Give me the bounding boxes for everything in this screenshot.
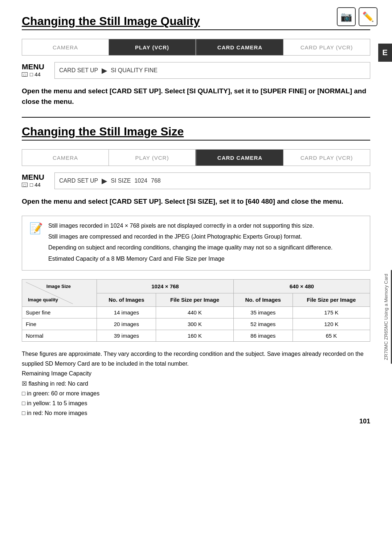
- s1-cell: 300 K: [156, 318, 233, 330]
- menu-label-2: MENU □□ 44: [22, 172, 51, 188]
- n2-cell: 35 images: [233, 307, 293, 318]
- n1-cell: 20 images: [97, 318, 156, 330]
- menu-label-1: MENU □□ 44: [22, 62, 51, 78]
- quality-cell: Super fine: [22, 307, 97, 318]
- section2-tab-bar: CAMERA PLAY (VCR) CARD CAMERA CARD PLAY …: [22, 149, 370, 166]
- menu-item-cardsetup-1: CARD SET UP: [59, 67, 98, 74]
- tab-card-play-vcr-1[interactable]: CARD PLAY (VCR): [283, 39, 370, 55]
- note-line-3: Estimated Capacity of a 8 MB Memory Card…: [48, 254, 332, 264]
- n1-cell: 39 images: [97, 330, 156, 342]
- menu-ref-1: □□ 44: [22, 71, 51, 78]
- s2-cell: 65 K: [293, 330, 370, 342]
- table-header-image-size: Image Size Image quality: [22, 280, 97, 307]
- section2-menu-row: MENU □□ 44 CARD SET UP ▶ SI SIZE 1024 76…: [22, 172, 370, 189]
- image-data-table: Image Size Image quality 1024 × 768 640 …: [22, 279, 370, 342]
- table-header-1024: 1024 × 768: [97, 280, 233, 293]
- tab-card-camera-1[interactable]: CARD CAMERA: [197, 39, 283, 55]
- menu-ref-2: □□ 44: [22, 182, 51, 188]
- bottom-line-4: □ in yellow: 1 to 5 images: [22, 398, 370, 408]
- menu-box-2: CARD SET UP ▶ SI SIZE 1024 768: [54, 172, 370, 189]
- bottom-line-3: □ in green: 60 or more images: [22, 389, 370, 398]
- note-line-2: Depending on subject and recording condi…: [48, 243, 332, 252]
- table-subheader-n1: No. of Images: [97, 293, 156, 307]
- note-content: Still images recorded in 1024 × 768 pixe…: [48, 221, 332, 265]
- menu-box-1: CARD SET UP ▶ SI QUALITY FINE: [54, 62, 370, 79]
- quality-cell: Fine: [22, 318, 97, 330]
- menu-arrow-1: ▶: [102, 66, 107, 75]
- page-number: 101: [359, 418, 370, 425]
- menu-item-1024: 1024: [134, 178, 147, 184]
- table-row: Normal 39 images 160 K 86 images 65 K: [22, 330, 370, 342]
- bottom-line-2: ☒ flashing in red: No card: [22, 379, 370, 389]
- bottom-line-5: □ in red: No more images: [22, 408, 370, 418]
- menu-item-cardsetup-2: CARD SET UP: [59, 178, 98, 184]
- s2-cell: 120 K: [293, 318, 370, 330]
- pen-icon: ✏️: [359, 7, 377, 26]
- note-icon: 📝: [29, 222, 43, 235]
- tab-play-vcr-1[interactable]: PLAY (VCR): [109, 39, 196, 55]
- tab-camera-2[interactable]: CAMERA: [22, 150, 109, 166]
- s1-cell: 440 K: [156, 307, 233, 318]
- menu-item-sisize: SI SIZE: [111, 178, 131, 184]
- section1-menu-row: MENU □□ 44 CARD SET UP ▶ SI QUALITY FINE: [22, 62, 370, 79]
- bottom-line-1: Remaining Image Capacity: [22, 369, 370, 378]
- note-line-1: Still images are compressed and recorded…: [48, 232, 332, 241]
- tab-camera-1[interactable]: CAMERA: [22, 39, 109, 55]
- quality-cell: Normal: [22, 330, 97, 342]
- n2-cell: 86 images: [233, 330, 293, 342]
- table-subheader-s1: File Size per Image: [156, 293, 233, 307]
- side-label: ZR70MC ZR65MC Using a Memory Card: [382, 270, 392, 364]
- s2-cell: 175 K: [293, 307, 370, 318]
- section1-title: Changing the Still Image Quality: [22, 15, 370, 30]
- menu-item-768: 768: [151, 178, 161, 184]
- section-divider: [22, 117, 370, 118]
- table-subheader-s2: File Size per Image: [293, 293, 370, 307]
- table-row: Super fine 14 images 440 K 35 images 175…: [22, 307, 370, 318]
- e-tab: E: [378, 44, 392, 62]
- top-icons: 📷 ✏️: [337, 7, 377, 26]
- note-line-0: Still images recorded in 1024 × 768 pixe…: [48, 221, 332, 231]
- table-subheader-n2: No. of Images: [233, 293, 293, 307]
- bottom-text: These figures are approximate. They vary…: [22, 349, 370, 418]
- camera-icon: 📷: [337, 7, 356, 26]
- tab-card-camera-2[interactable]: CARD CAMERA: [197, 150, 283, 166]
- n2-cell: 52 images: [233, 318, 293, 330]
- section2-body-text: Open the menu and select [CARD SET UP]. …: [22, 196, 370, 207]
- n1-cell: 14 images: [97, 307, 156, 318]
- table-row: Fine 20 images 300 K 52 images 120 K: [22, 318, 370, 330]
- note-box: 📝 Still images recorded in 1024 × 768 pi…: [22, 216, 370, 271]
- tab-play-vcr-2[interactable]: PLAY (VCR): [109, 150, 196, 166]
- section1-tab-bar: CAMERA PLAY (VCR) CARD CAMERA CARD PLAY …: [22, 39, 370, 56]
- menu-arrow-2: ▶: [102, 176, 107, 185]
- section2-title: Changing the Still Image Size: [22, 125, 370, 141]
- bottom-line-0: These figures are approximate. They vary…: [22, 349, 370, 369]
- s1-cell: 160 K: [156, 330, 233, 342]
- section1-body-text: Open the menu and select [CARD SET UP]. …: [22, 86, 370, 107]
- tab-card-play-vcr-2[interactable]: CARD PLAY (VCR): [283, 150, 370, 166]
- menu-item-siquality: SI QUALITY FINE: [111, 67, 158, 74]
- table-header-640: 640 × 480: [233, 280, 370, 293]
